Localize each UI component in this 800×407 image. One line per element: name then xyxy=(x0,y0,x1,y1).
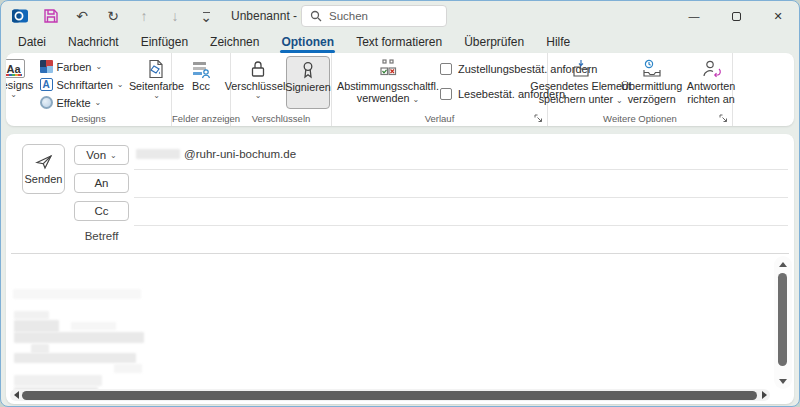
designs-icon: Aa xyxy=(6,59,25,78)
von-field[interactable] xyxy=(134,169,788,170)
chevron-down-icon: ⌄ xyxy=(110,151,117,160)
tab-text-formatieren[interactable]: Text formatieren xyxy=(345,31,453,53)
minimize-button[interactable]: — xyxy=(673,1,715,31)
chevron-down-icon: ⌄ xyxy=(153,93,160,99)
designs-button[interactable]: Aa Designs ⌄ xyxy=(6,56,35,109)
checkbox-icon xyxy=(440,88,452,100)
redo-icon[interactable]: ↻ xyxy=(104,7,122,25)
redacted-text xyxy=(14,332,144,343)
tab-nachricht[interactable]: Nachricht xyxy=(57,31,130,53)
search-icon xyxy=(310,10,322,22)
von-button[interactable]: Von ⌄ xyxy=(74,145,129,165)
an-field[interactable] xyxy=(134,197,788,198)
close-button[interactable]: ✕ xyxy=(757,1,799,31)
window-controls: — ✕ xyxy=(673,1,799,31)
group-label-weitere-optionen: Weitere Optionen xyxy=(548,113,732,124)
tab-einfuegen[interactable]: Einfügen xyxy=(130,31,199,53)
ribbon-group-felder-anzeigen: Bcc Felder anzeigen xyxy=(172,53,231,126)
signieren-button[interactable]: Signieren xyxy=(286,56,330,109)
group-label-designs: Designs xyxy=(6,113,171,124)
ribbon-group-verschluesseln: Verschlüsseln ⌄ Signieren Verschlüsseln xyxy=(231,53,332,126)
theme-effects-icon xyxy=(40,96,53,109)
cc-field[interactable] xyxy=(134,225,788,226)
maximize-icon xyxy=(732,12,741,21)
maximize-button[interactable] xyxy=(715,1,757,31)
lock-icon xyxy=(248,59,268,79)
effekte-button[interactable]: Effekte ⌄ xyxy=(37,94,127,111)
move-down-icon[interactable]: ↓ xyxy=(166,7,184,25)
send-plane-icon xyxy=(35,154,53,170)
chevron-down-icon: ⌄ xyxy=(95,62,102,71)
betreff-label: Betreff xyxy=(74,230,129,242)
farben-button[interactable]: Farben ⌄ xyxy=(37,58,127,75)
antworten-richten-an-button[interactable]: Antworten richten an xyxy=(685,56,738,109)
undo-icon[interactable]: ↶ xyxy=(73,7,91,25)
theme-colors-icon xyxy=(40,60,53,73)
theme-fonts-icon: A xyxy=(40,78,53,91)
quick-access-toolbar: ↶ ↻ ↑ ↓ ⌄ xyxy=(11,7,215,25)
scroll-down-icon[interactable] xyxy=(774,375,792,387)
gesendetes-element-speichern-button[interactable]: Gesendetes Element speichern unter ⌄ xyxy=(543,56,619,109)
from-domain: @ruhr-uni-bochum.de xyxy=(184,148,296,160)
chevron-down-icon: ⌄ xyxy=(413,95,420,104)
redacted-text xyxy=(136,149,180,159)
tab-hilfe[interactable]: Hilfe xyxy=(535,31,581,53)
ribbon-spacer xyxy=(733,53,794,126)
bcc-button[interactable]: Bcc xyxy=(181,56,221,109)
certificate-ribbon-icon xyxy=(298,60,318,80)
designs-small-buttons: Farben ⌄ A Schriftarten ⌄ Effekte ⌄ xyxy=(37,56,127,111)
bcc-fields-icon xyxy=(191,59,211,79)
send-button[interactable]: Senden xyxy=(22,144,65,194)
redacted-text xyxy=(14,320,59,332)
scroll-right-icon[interactable] xyxy=(759,389,769,401)
weitere-optionen-dialog-launcher[interactable] xyxy=(718,113,729,124)
vertical-scrollbar-thumb[interactable] xyxy=(778,273,787,366)
group-label-verschluesseln: Verschlüsseln xyxy=(231,113,331,124)
titlebar: ↶ ↻ ↑ ↓ ⌄ Unbenannt - Nachricht (HTML) S… xyxy=(1,1,799,31)
checkbox-icon xyxy=(440,63,452,75)
redacted-text xyxy=(13,289,141,299)
chevron-down-icon: ⌄ xyxy=(255,93,262,99)
outlook-app-icon xyxy=(11,7,29,25)
scroll-left-icon[interactable] xyxy=(11,389,21,401)
save-sent-item-icon xyxy=(570,59,592,79)
schriftarten-button[interactable]: A Schriftarten ⌄ xyxy=(37,76,127,93)
tab-zeichnen[interactable]: Zeichnen xyxy=(199,31,270,53)
redacted-text xyxy=(14,311,49,319)
group-label-felder-anzeigen: Felder anzeigen xyxy=(172,113,230,124)
redacted-text xyxy=(114,364,142,373)
tab-ueberpruefen[interactable]: Überprüfen xyxy=(453,31,535,53)
customize-toolbar-icon[interactable]: ⌄ xyxy=(197,7,215,25)
ribbon-tab-bar: Datei Nachricht Einfügen Zeichnen Option… xyxy=(7,31,581,53)
save-icon[interactable] xyxy=(42,7,60,25)
ribbon-group-verlauf: Abstimmungsschaltfl. verwenden ⌄ Zustell… xyxy=(332,53,548,126)
message-body[interactable] xyxy=(6,254,772,389)
uebermittlung-verzoegern-button[interactable]: Übermittlung verzögern xyxy=(621,56,683,109)
ribbon-group-weitere-optionen: Gesendetes Element speichern unter ⌄ Übe… xyxy=(548,53,733,126)
chevron-down-icon: ⌄ xyxy=(117,80,124,89)
search-input[interactable]: Suchen xyxy=(301,5,447,27)
verlauf-dialog-launcher[interactable] xyxy=(533,113,544,124)
group-label-verlauf: Verlauf xyxy=(332,113,547,124)
move-up-icon[interactable]: ↑ xyxy=(135,7,153,25)
tab-datei[interactable]: Datei xyxy=(7,31,57,53)
cc-button[interactable]: Cc xyxy=(74,201,129,221)
ribbon: Aa Designs ⌄ Farben ⌄ A Schriftarten ⌄ xyxy=(6,53,794,126)
an-button[interactable]: An xyxy=(74,173,129,193)
horizontal-scrollbar-thumb[interactable] xyxy=(22,391,757,400)
redacted-text xyxy=(14,353,136,363)
tab-optionen[interactable]: Optionen xyxy=(270,31,345,53)
redacted-text xyxy=(31,344,49,353)
verschluesseln-button[interactable]: Verschlüsseln ⌄ xyxy=(232,56,284,109)
vertical-scrollbar[interactable] xyxy=(774,256,792,389)
from-address: @ruhr-uni-bochum.de xyxy=(136,148,296,160)
abstimmungsschaltflaechen-button[interactable]: Abstimmungsschaltfl. verwenden ⌄ xyxy=(340,56,436,109)
horizontal-scrollbar[interactable] xyxy=(10,389,770,401)
ribbon-group-designs: Aa Designs ⌄ Farben ⌄ A Schriftarten ⌄ xyxy=(6,53,172,126)
search-placeholder: Suchen xyxy=(329,10,368,22)
scroll-up-icon[interactable] xyxy=(774,258,792,270)
message-compose-area: Senden Von ⌄ An Cc Betreff @ruhr-uni-boc… xyxy=(6,134,794,404)
direct-replies-icon xyxy=(700,59,722,79)
chevron-down-icon: ⌄ xyxy=(10,92,17,98)
voting-buttons-icon xyxy=(377,59,399,79)
